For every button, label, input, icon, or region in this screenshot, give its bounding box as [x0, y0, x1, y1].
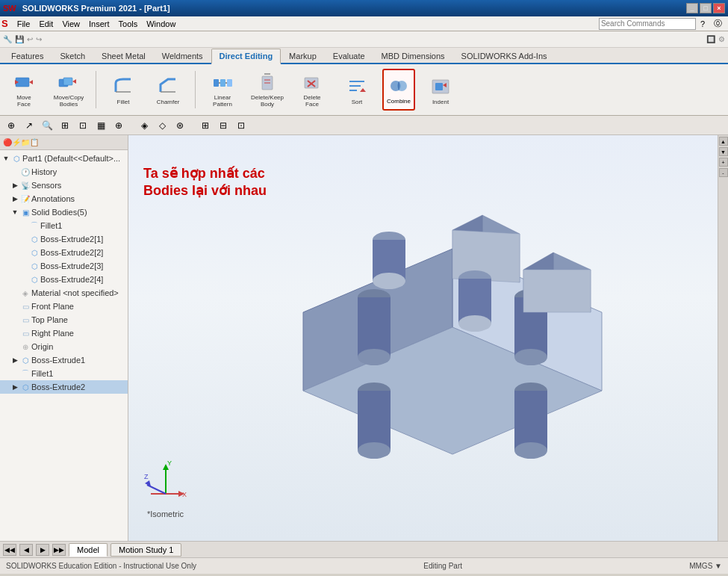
part-icon: ⬡ [10, 152, 22, 164]
move-copy-bodies-button[interactable]: Move/CopyBodies [49, 69, 88, 111]
delete-face-button[interactable]: DeleteFace [293, 69, 332, 111]
tab-direct-editing[interactable]: Direct Editing [211, 49, 281, 64]
expand-icon: ▶ [10, 356, 19, 365]
tree-item-sensors[interactable]: ▶ 📡 Sensors [0, 179, 128, 192]
minimize-button[interactable]: _ [686, 3, 698, 13]
nav-first-button[interactable]: ◀◀ [3, 544, 16, 556]
linear-pattern-button[interactable]: LinearPattern [203, 69, 242, 111]
svg-point-32 [358, 349, 391, 365]
menu-help[interactable]: ? [696, 18, 709, 30]
tree-label: Boss-Extrude2[4] [40, 275, 103, 284]
sec-btn-5[interactable]: ⊡ [75, 118, 91, 133]
menu-help2[interactable]: ⓪ [709, 16, 727, 31]
chamfer-button[interactable]: Chamfer [149, 69, 187, 111]
svg-rect-40 [514, 391, 547, 450]
expand-icon: ▼ [10, 208, 19, 217]
tab-markup[interactable]: Markup [281, 49, 325, 63]
right-panel-btn-2[interactable]: ▼ [719, 147, 728, 156]
sec-btn-6[interactable]: ▦ [93, 118, 109, 133]
move-face-button[interactable]: MoveFace [4, 69, 43, 111]
sec-btn-3[interactable]: 🔍 [39, 118, 55, 133]
svg-marker-21 [360, 88, 366, 92]
axis-indicator: Y X Z [143, 456, 188, 504]
tree-label: History [31, 167, 57, 176]
tab-mbd-dimensions[interactable]: MBD Dimensions [373, 49, 453, 63]
maximize-button[interactable]: □ [700, 3, 712, 13]
tree-item-top-plane[interactable]: ▭ Top Plane [0, 313, 128, 326]
tree-item-fillet1-main[interactable]: ⌒ Fillet1 [0, 367, 128, 380]
tree-item-boss-extrude1-main[interactable]: ▶ ⬡ Boss-Extrude1 [0, 353, 128, 367]
fillet-button[interactable]: Fillet [104, 69, 143, 111]
sec-btn-8[interactable]: ◈ [136, 118, 152, 133]
close-button[interactable]: × [713, 3, 725, 13]
tree-item-part1[interactable]: ▼ ⬡ Part1 (Default<<Default>... [0, 152, 128, 165]
sec-btn-13[interactable]: ⊡ [233, 118, 249, 133]
tab-solidworks-addins[interactable]: SOLIDWORKS Add-Ins [453, 49, 556, 63]
right-panel-btn-3[interactable]: + [719, 158, 728, 167]
tree-item-boss-extrude2-main[interactable]: ▶ ⬡ Boss-Extrude2 [0, 380, 128, 394]
viewport[interactable]: Ta sẽ hợp nhất các Bodies lại với nhau [128, 135, 718, 541]
tree-item-history[interactable]: 🕐 History [0, 165, 128, 179]
tab-sheet-metal[interactable]: Sheet Metal [93, 49, 154, 63]
tree-item-material[interactable]: ◈ Material <not specified> [0, 286, 128, 300]
combine-button[interactable]: Combine [382, 69, 415, 111]
toolbar-area: 🔧 💾 ↩ ↪ 🔲 ⚙ Features Sketch Sheet Metal … [0, 31, 728, 116]
titlebar-right[interactable]: _ □ × [686, 3, 725, 13]
history-icon: 🕐 [19, 166, 31, 178]
expand-icon: ▶ [10, 194, 19, 203]
menu-tools[interactable]: Tools [114, 18, 143, 30]
svg-line-58 [147, 485, 166, 494]
tab-evaluate[interactable]: Evaluate [325, 49, 373, 63]
tree-item-boss-extrude-1[interactable]: ⬡ Boss-Extrude2[1] [0, 232, 128, 246]
tab-model[interactable]: Model [69, 543, 108, 557]
svg-rect-37 [358, 391, 391, 450]
ribbon-tabs: Features Sketch Sheet Metal Weldments Di… [0, 48, 728, 64]
sec-btn-4[interactable]: ⊞ [57, 118, 73, 133]
sec-btn-7[interactable]: ⊕ [111, 118, 127, 133]
sw-logo-menu: S [1, 18, 8, 29]
tree-label: Origin [31, 342, 53, 351]
menu-window[interactable]: Window [142, 18, 180, 30]
menu-edit[interactable]: Edit [34, 18, 57, 30]
sec-btn-12[interactable]: ⊟ [215, 118, 231, 133]
tab-features[interactable]: Features [3, 49, 52, 63]
sensor-icon: 📡 [19, 179, 31, 191]
sec-btn-9[interactable]: ◇ [154, 118, 170, 133]
tab-weldments[interactable]: Weldments [154, 49, 211, 63]
nav-next-button[interactable]: ▶ [36, 544, 49, 556]
sec-btn-11[interactable]: ⊞ [197, 118, 214, 133]
indent-button[interactable]: Indent [421, 69, 460, 111]
tree-item-right-plane[interactable]: ▭ Right Plane [0, 326, 128, 340]
tab-sketch[interactable]: Sketch [52, 49, 93, 63]
sec-btn-1[interactable]: ⊕ [3, 118, 19, 133]
svg-rect-6 [214, 79, 219, 87]
menu-insert[interactable]: Insert [84, 18, 114, 30]
sort-button[interactable]: Sort [337, 69, 376, 111]
tree-item-origin[interactable]: ⊕ Origin [0, 340, 128, 353]
right-panel-btn-4[interactable]: - [719, 168, 728, 177]
menu-file[interactable]: File [13, 18, 35, 30]
tree-item-boss-extrude-3[interactable]: ⬡ Boss-Extrude2[3] [0, 259, 128, 273]
sec-btn-10[interactable]: ⊛ [172, 118, 188, 133]
nav-prev-button[interactable]: ◀ [19, 544, 33, 556]
tab-motion-study[interactable]: Motion Study 1 [111, 543, 181, 557]
right-panel-btn-1[interactable]: ▲ [719, 137, 728, 146]
tree-item-fillet1-sub[interactable]: ⌒ Fillet1 [0, 219, 128, 232]
search-input[interactable] [599, 18, 696, 30]
tree-item-front-plane[interactable]: ▭ Front Plane [0, 300, 128, 313]
tree-item-boss-extrude-4[interactable]: ⬡ Boss-Extrude2[4] [0, 273, 128, 286]
delete-keep-body-button[interactable]: Delete/KeepBody [248, 69, 287, 111]
nav-last-button[interactable]: ▶▶ [52, 544, 66, 556]
tree-label: Boss-Extrude1 [31, 356, 85, 365]
tree-item-solid-bodies[interactable]: ▼ ▣ Solid Bodies(5) [0, 205, 128, 219]
tree-label: Fillet1 [40, 221, 62, 230]
tree-item-boss-extrude-2[interactable]: ⬡ Boss-Extrude2[2] [0, 246, 128, 259]
sec-btn-2[interactable]: ↗ [21, 118, 37, 133]
tree-label: Boss-Extrude2 [31, 383, 85, 391]
fillet-feature-icon: ⌒ [19, 368, 31, 380]
menu-view[interactable]: View [57, 18, 84, 30]
expand-icon [19, 221, 28, 230]
svg-text:Z: Z [144, 473, 149, 480]
expand-icon [19, 261, 28, 270]
tree-item-annotations[interactable]: ▶ 📝 Annotations [0, 192, 128, 205]
